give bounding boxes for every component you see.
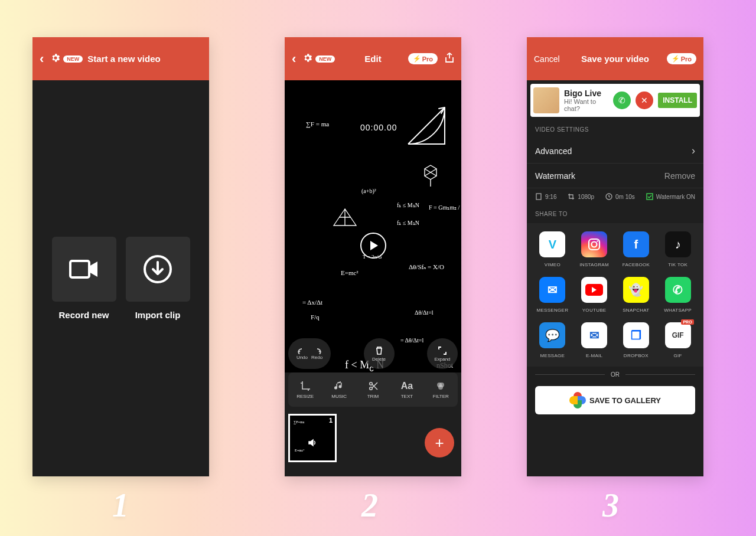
- ad-title: Bigo Live: [564, 89, 608, 98]
- sound-icon: [308, 438, 317, 450]
- ad-subtitle: Hi! Want to chat?: [564, 98, 608, 112]
- cancel-button[interactable]: Cancel: [534, 54, 560, 64]
- share-vimeo[interactable]: VVIMEO: [532, 231, 573, 267]
- expand-icon: [438, 346, 447, 355]
- tool-filter[interactable]: FILTER: [424, 372, 458, 407]
- header: ‹ NEW Edit ⚡Pro: [285, 37, 461, 80]
- call-decline-icon[interactable]: ✕: [636, 91, 653, 109]
- facebook-icon: f: [623, 231, 649, 257]
- tool-trim[interactable]: TRIM: [356, 372, 390, 407]
- delete-button[interactable]: Delete: [364, 338, 395, 369]
- share-messenger[interactable]: ✉MESSENGER: [532, 277, 573, 313]
- step-number-2: 2: [361, 486, 378, 524]
- tool-text[interactable]: Aa TEXT: [390, 372, 423, 407]
- share-icon[interactable]: [445, 53, 454, 65]
- molecule-icon: [421, 163, 440, 189]
- share-label: MESSENGER: [536, 308, 568, 313]
- vimeo-icon: V: [539, 231, 565, 257]
- share-facebook[interactable]: fFACEBOOK: [615, 231, 657, 267]
- import-clip-button[interactable]: Import clip: [126, 237, 190, 320]
- save-to-gallery-button[interactable]: SAVE TO GALLERY: [535, 386, 695, 414]
- share-label: E-MAIL: [586, 353, 602, 358]
- clip-number: 1: [329, 417, 333, 424]
- svg-point-11: [592, 242, 597, 247]
- pro-label: Pro: [681, 55, 692, 63]
- scissors-icon: [368, 381, 379, 391]
- video-preview[interactable]: ∑F = ma (a+b)² f₁ ≤ M₁N F = Gm₁m₂ / r² f…: [285, 80, 461, 372]
- music-icon: [334, 381, 344, 391]
- header: Cancel Save your video ⚡Pro: [527, 37, 703, 80]
- share-tiktok[interactable]: ♪TIK TOK: [657, 231, 699, 267]
- new-badge: NEW: [63, 55, 83, 63]
- undo-redo-button[interactable]: Undo Redo: [288, 338, 331, 369]
- header-title: Edit: [364, 54, 381, 64]
- email-icon: ✉: [581, 322, 607, 348]
- share-message[interactable]: 💬MESSAGE: [532, 322, 573, 358]
- share-snapchat[interactable]: 👻SNAPCHAT: [615, 277, 657, 313]
- record-new-label: Record new: [58, 310, 109, 320]
- download-icon: [126, 237, 190, 302]
- pro-button[interactable]: ⚡Pro: [408, 53, 438, 64]
- share-whatsapp[interactable]: ✆WHATSAPP: [657, 277, 699, 313]
- or-label: OR: [611, 371, 620, 378]
- instagram-icon: [581, 231, 607, 257]
- back-icon[interactable]: ‹: [292, 51, 296, 67]
- record-new-button[interactable]: Record new: [52, 237, 116, 320]
- share-label: TIK TOK: [668, 262, 687, 267]
- remove-watermark-link[interactable]: Remove: [664, 171, 695, 181]
- google-photos-icon: [569, 392, 586, 408]
- ad-banner[interactable]: Bigo Live Hi! Want to chat? ✆ ✕ INSTALL: [530, 84, 700, 117]
- snapchat-icon: 👻: [623, 277, 649, 303]
- play-icon: [370, 241, 378, 250]
- add-clip-button[interactable]: +: [425, 428, 454, 457]
- save-body: Bigo Live Hi! Want to chat? ✆ ✕ INSTALL …: [527, 80, 703, 476]
- tiktok-icon: ♪: [665, 231, 691, 257]
- call-accept-icon[interactable]: ✆: [613, 91, 631, 109]
- advanced-row[interactable]: Advanced ›: [527, 139, 703, 164]
- preview-controls: Undo Redo Delete Expand: [288, 338, 458, 369]
- header-title: Save your video: [581, 54, 649, 64]
- install-button[interactable]: INSTALL: [658, 93, 697, 108]
- watermark-row[interactable]: Watermark Remove: [527, 164, 703, 188]
- messenger-icon: ✉: [539, 277, 565, 303]
- expand-button[interactable]: Expand: [427, 338, 458, 369]
- pro-button[interactable]: ⚡Pro: [667, 53, 696, 64]
- share-label: GIF: [674, 353, 682, 358]
- tool-label: MUSIC: [331, 394, 347, 399]
- share-label: MESSAGE: [540, 353, 565, 358]
- edit-body: ∑F = ma (a+b)² f₁ ≤ M₁N F = Gm₁m₂ / r² f…: [285, 80, 461, 476]
- screen-save: Cancel Save your video ⚡Pro Bigo Live Hi…: [527, 37, 703, 476]
- filter-icon: [435, 381, 446, 391]
- or-divider: OR: [527, 367, 703, 383]
- share-label: VIMEO: [545, 262, 561, 267]
- triangle-sketch: [332, 207, 358, 227]
- play-button[interactable]: [360, 233, 386, 259]
- share-email[interactable]: ✉E-MAIL: [573, 322, 615, 358]
- settings-icon[interactable]: [50, 53, 61, 65]
- share-dropbox[interactable]: ❒DROPBOX: [615, 322, 657, 358]
- clip-strip: 1 ∑F=ma E=mc² +: [285, 407, 461, 469]
- clip-thumbnail[interactable]: 1 ∑F=ma E=mc²: [288, 414, 337, 462]
- tool-music[interactable]: MUSIC: [322, 372, 356, 407]
- share-gif[interactable]: GIFPROGIF: [657, 322, 699, 358]
- import-clip-label: Import clip: [135, 310, 181, 320]
- stat-ratio: 9:16: [535, 193, 556, 200]
- header: ‹ NEW Start a new video: [32, 37, 209, 80]
- share-section-label: SHARE TO: [527, 205, 703, 223]
- undo-label: Undo: [296, 355, 308, 360]
- advanced-label: Advanced: [535, 146, 572, 156]
- timecode: 00:00.00: [360, 123, 397, 132]
- watermark-label: Watermark: [535, 171, 575, 181]
- trash-icon: [374, 346, 384, 355]
- share-instagram[interactable]: INSTAGRAM: [573, 231, 615, 267]
- dropbox-icon: ❒: [623, 322, 649, 348]
- share-label: FACEBOOK: [623, 262, 650, 267]
- gif-icon: GIFPRO: [665, 322, 691, 348]
- settings-icon[interactable]: [302, 53, 313, 65]
- back-icon[interactable]: ‹: [40, 51, 44, 67]
- tool-label: TEXT: [401, 394, 413, 399]
- share-youtube[interactable]: YOUTUBE: [573, 277, 615, 313]
- tool-resize[interactable]: RESIZE: [288, 372, 322, 407]
- crop-icon: [568, 193, 575, 200]
- svg-point-12: [597, 240, 598, 241]
